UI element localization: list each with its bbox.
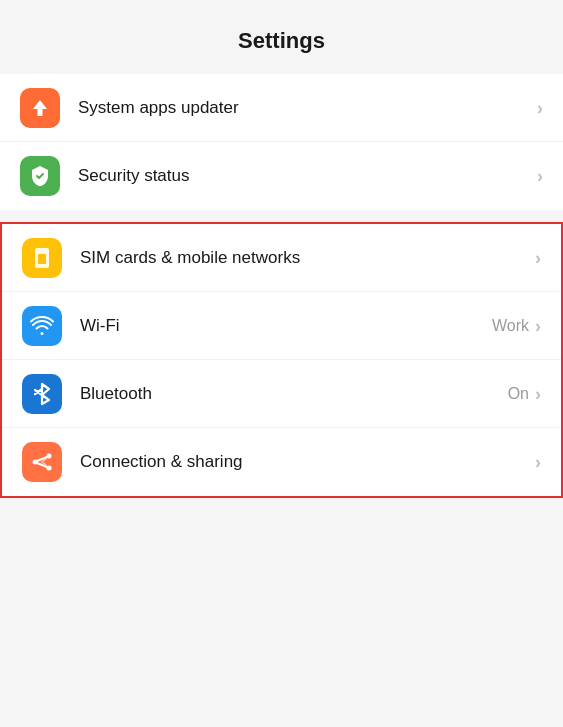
svg-rect-3 [43,251,45,253]
item-label-sim-cards: SIM cards & mobile networks [80,248,535,268]
list-item-bluetooth[interactable]: BluetoothOn› [2,360,561,428]
section-top-section: System apps updater› Security status› [0,74,563,210]
list-item-connection-sharing[interactable]: Connection & sharing› [2,428,561,496]
wifi-icon [22,306,62,346]
chevron-icon-system-apps-updater: › [537,99,543,117]
section-connectivity-section: SIM cards & mobile networks› Wi-FiWork› … [0,222,563,498]
arrow-up-icon [20,88,60,128]
bluetooth-icon [22,374,62,414]
shield-check-icon [20,156,60,196]
chevron-icon-wifi: › [535,317,541,335]
sim-icon [22,238,62,278]
list-item-system-apps-updater[interactable]: System apps updater› [0,74,563,142]
item-label-bluetooth: Bluetooth [80,384,508,404]
chevron-icon-connection-sharing: › [535,453,541,471]
svg-rect-1 [38,254,46,264]
item-value-wifi: Work [492,317,529,335]
chevron-icon-bluetooth: › [535,385,541,403]
chevron-icon-security-status: › [537,167,543,185]
list-item-security-status[interactable]: Security status› [0,142,563,210]
page-title: Settings [0,0,563,74]
share-icon [22,442,62,482]
item-label-connection-sharing: Connection & sharing [80,452,535,472]
item-value-bluetooth: On [508,385,529,403]
chevron-icon-sim-cards: › [535,249,541,267]
item-label-system-apps-updater: System apps updater [78,98,537,118]
item-label-wifi: Wi-Fi [80,316,492,336]
item-label-security-status: Security status [78,166,537,186]
list-item-wifi[interactable]: Wi-FiWork› [2,292,561,360]
svg-rect-2 [38,251,42,253]
list-item-sim-cards[interactable]: SIM cards & mobile networks› [2,224,561,292]
